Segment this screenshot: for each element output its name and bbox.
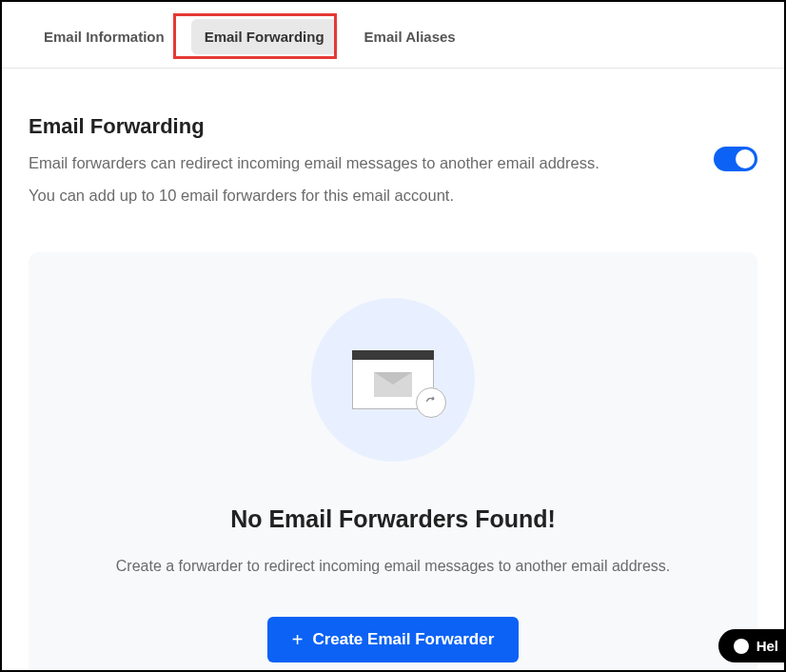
help-label: Hel [757,638,778,654]
header-text: Email Forwarding Email forwarders can re… [29,114,714,216]
forward-arrow-icon [416,387,446,418]
empty-description: Create a forwarder to redirect incoming … [51,558,735,575]
empty-illustration [311,298,475,462]
help-widget[interactable]: Hel [718,629,784,662]
tab-email-forwarding[interactable]: Email Forwarding [191,19,338,54]
empty-state-card: No Email Forwarders Found! Create a forw… [29,252,757,672]
envelope-icon [374,372,412,397]
create-button-label: Create Email Forwarder [312,630,494,649]
forwarding-toggle[interactable] [714,147,757,171]
tab-email-aliases[interactable]: Email Aliases [351,19,469,54]
tab-email-information[interactable]: Email Information [30,19,178,54]
page-title: Email Forwarding [29,114,714,139]
page-description-2: You can add up to 10 email forwarders fo… [29,183,714,208]
window-icon [352,350,434,409]
empty-title: No Email Forwarders Found! [51,505,735,533]
create-forwarder-button[interactable]: + Create Email Forwarder [267,617,520,662]
page-description-1: Email forwarders can redirect incoming e… [29,150,714,175]
content-area: Email Forwarding Email forwarders can re… [2,69,784,672]
plus-icon: + [292,630,304,649]
tabs-bar: Email Information Email Forwarding Email… [2,2,784,69]
chat-icon [734,639,749,654]
header-row: Email Forwarding Email forwarders can re… [29,114,757,216]
